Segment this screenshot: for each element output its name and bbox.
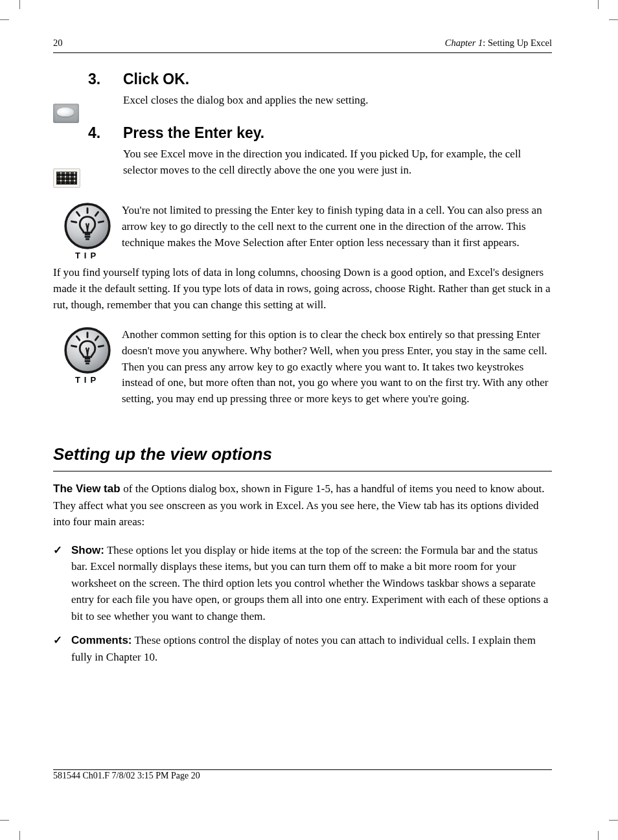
tip-block: TIP Another common setting for this opti… [53,327,552,418]
bullet-text: These options control the display of not… [71,634,536,663]
tip-text: You're not limited to pressing the Enter… [122,203,552,262]
footer-rule [53,769,552,770]
svg-rect-7 [85,236,91,238]
tip-text: Another common setting for this option i… [122,327,552,418]
svg-line-4 [72,221,76,222]
section-intro: The View tab of the Options dialog box, … [53,481,552,530]
svg-line-14 [98,346,103,346]
numbered-step: 4. Press the Enter key. You see Excel mo… [88,124,552,190]
tip-block: TIP You're not limited to pressing the E… [53,203,552,262]
svg-rect-16 [85,360,91,362]
list-item: Comments: These options control the disp… [71,632,552,665]
step-title: Press the Enter key. [123,124,552,142]
bullet-term: Show: [71,544,104,556]
lightbulb-icon [64,203,111,249]
crop-mark [609,820,618,821]
crop-mark [598,831,599,840]
list-item: Show: These options let you display or h… [71,542,552,625]
numbered-step: 3. Click OK. Excel closes the dialog box… [88,70,552,120]
crop-mark [19,0,20,9]
chapter-title: Setting Up Excel [488,38,552,48]
crop-mark [598,0,599,9]
step-title: Click OK. [123,70,552,89]
step-number: 4. [88,124,123,190]
step-text: You see Excel move in the direction you … [123,146,552,178]
lead-in: The View tab [53,482,123,495]
bullet-term: Comments: [71,634,132,646]
svg-rect-17 [86,363,89,365]
svg-line-13 [72,346,76,346]
page-body: 20 Chapter 1: Setting Up Excel 3. Click … [53,38,552,673]
paragraph: Another common setting for this option i… [122,327,552,407]
crop-mark [609,19,618,20]
header-rule [53,52,552,53]
lightbulb-icon [64,327,111,374]
tip-label: TIP [64,375,111,385]
tip-label: TIP [64,251,111,260]
paragraph: If you find yourself typing lots of data… [53,265,552,313]
step-body: Click OK. Excel closes the dialog box an… [123,70,552,120]
paragraph: You're not limited to pressing the Enter… [122,203,552,251]
page-number: 20 [53,38,63,49]
running-head: 20 Chapter 1: Setting Up Excel [53,38,552,49]
intro-rest: of the Options dialog box, shown in Figu… [53,482,545,528]
footer-slug: 581544 Ch01.F 7/8/02 3:15 PM Page 20 [53,771,200,781]
section-heading: Setting up the view options [53,444,552,464]
tip-icon-column: TIP [53,203,122,262]
svg-rect-15 [85,357,91,359]
crop-mark [0,19,9,20]
bullet-text: These options let you display or hide it… [71,544,548,622]
step-text: Excel closes the dialog box and applies … [123,93,552,109]
tip-icon-column: TIP [53,327,122,418]
step-body: Press the Enter key. You see Excel move … [123,124,552,190]
crop-mark [0,820,9,821]
svg-rect-6 [85,233,91,236]
checklist: Show: These options let you display or h… [71,542,552,666]
step-number: 3. [88,70,123,120]
crop-mark [19,831,20,840]
chapter-ref: Chapter 1: Setting Up Excel [445,38,552,49]
svg-rect-8 [86,238,89,240]
section-rule [53,471,552,471]
svg-line-5 [98,221,103,222]
chapter-number: Chapter 1 [445,38,483,48]
